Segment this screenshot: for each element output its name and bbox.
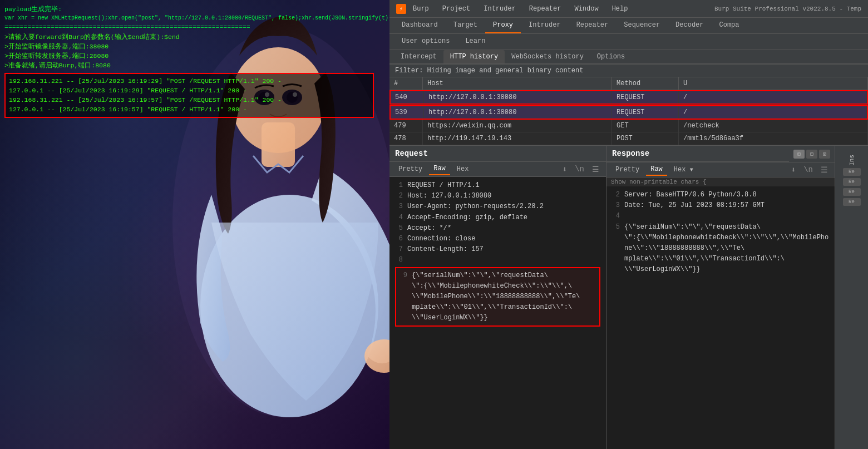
response-code-area[interactable]: 2 Server: BaseHTTP/0.6 Python/3.8.8 3 Da… <box>606 186 835 449</box>
tab-dashboard[interactable]: Dashboard <box>394 18 446 33</box>
response-tab-pretty[interactable]: Pretty <box>611 164 644 175</box>
th-host: Host <box>423 77 612 90</box>
code-line-1: 1 REQUEST / HTTP/1.1 <box>394 180 601 191</box>
tab-decoder[interactable]: Decoder <box>668 18 711 33</box>
tab-repeater[interactable]: Repeater <box>569 18 617 33</box>
response-tabs: Pretty Raw Hex ▼ ⬇ \n ☰ <box>606 162 835 177</box>
subtab-intercept[interactable]: Intercept <box>394 50 443 63</box>
td-539-method: REQUEST <box>612 106 679 119</box>
log-entry-4: 127.0.0.1 -- [25/Jul/2023 16:19:57] "REQ… <box>9 105 369 114</box>
td-540-method: REQUEST <box>612 91 679 103</box>
menu-window[interactable]: Window <box>572 4 600 14</box>
td-479-url: /netcheck <box>679 120 868 132</box>
th-method: Method <box>612 77 679 90</box>
resp-line-4: 4 <box>611 211 830 221</box>
table-row[interactable]: 539 http://127.0.0.1:38080 REQUEST / <box>389 105 868 120</box>
response-tab-hex[interactable]: Hex ▼ <box>669 164 698 175</box>
request-panel-header: Request <box>389 146 606 162</box>
menu-intruder[interactable]: Intruder <box>481 4 518 14</box>
td-540-url: / <box>679 91 867 103</box>
td-539-url: / <box>679 106 867 119</box>
code-line-9: 9 {\"serialNum\":\"\",\"requestData\ \":… <box>398 270 597 324</box>
view-toggle-grid[interactable]: ⊞ <box>793 150 805 159</box>
code-line-3: 3 User-Agent: python-requests/2.28.2 <box>394 201 601 212</box>
code-line-7: 7 Content-Length: 157 <box>394 244 601 255</box>
menu-repeater[interactable]: Repeater <box>527 4 564 14</box>
app-title: Burp Suite Professional v2022.8.5 - Temp <box>714 6 861 12</box>
tab-learn[interactable]: Learn <box>457 34 493 50</box>
response-tab-raw[interactable]: Raw <box>646 164 667 176</box>
http-history-table: # Host Method U 540 http://127.0.0.1:380… <box>389 77 868 146</box>
request-tab-hex[interactable]: Hex <box>452 164 474 175</box>
td-478-num: 478 <box>389 132 423 145</box>
terminal-line-forward: >请输入要forward到Burp的参数名(输入$end结束):$end <box>4 32 374 42</box>
code-line-6: 6 Connection: close <box>394 234 601 244</box>
menu-help[interactable]: Help <box>610 4 630 14</box>
show-nonprintable: Show non-printable chars { <box>606 177 835 186</box>
resp-line-5: 5 {\"serialNum\":\"\",\"requestData\ \":… <box>611 222 830 275</box>
terminal-log-box: 192.168.31.221 -- [25/Jul/2023 16:19:29]… <box>4 73 374 118</box>
terminal-overlay: payload生成完毕: var xhr = new XMLHttpReques… <box>0 0 378 125</box>
td-479-host: https://weixin.qq.com <box>423 120 612 132</box>
tab-user-options[interactable]: User options <box>394 34 457 50</box>
menu-burp[interactable]: Burp <box>411 4 431 14</box>
request-code-area[interactable]: 1 REQUEST / HTTP/1.1 2 Host: 127.0.0.1:3… <box>389 177 606 449</box>
response-wrap-icon[interactable]: \n <box>801 164 815 176</box>
request-tab-raw[interactable]: Raw <box>429 163 450 175</box>
filter-bar[interactable]: Filter: Hiding image and general binary … <box>389 65 868 77</box>
view-toggle-split-v[interactable]: ⊠ <box>819 150 830 159</box>
tab-compa[interactable]: Compa <box>712 18 747 33</box>
inspector-btn-re2[interactable]: Re <box>843 178 861 186</box>
resp-line-2: 2 Server: BaseHTTP/0.6 Python/3.8.8 <box>611 190 830 200</box>
td-479-method: GET <box>612 120 679 132</box>
log-entry-1: 192.168.31.221 -- [25/Jul/2023 16:19:29]… <box>9 76 369 86</box>
code-line-2: 2 Host: 127.0.0.1:38080 <box>394 191 601 201</box>
tab-proxy[interactable]: Proxy <box>485 18 521 33</box>
request-wrap-icon[interactable]: \n <box>573 164 586 175</box>
response-tab-icons: ⬇ \n ☰ <box>789 164 830 176</box>
td-539-num: 539 <box>391 106 424 119</box>
response-panel-header: Response <box>606 146 789 162</box>
code-line-4: 4 Accept-Encoding: gzip, deflate <box>394 213 601 223</box>
menu-bar: Burp Project Intruder Repeater Window He… <box>411 4 630 14</box>
response-copy-icon[interactable]: ⬇ <box>789 164 798 176</box>
view-toggle-split-h[interactable]: ⊟ <box>806 150 817 159</box>
tab-target[interactable]: Target <box>446 18 485 33</box>
table-header: # Host Method U <box>389 77 868 90</box>
request-panel: Request Pretty Raw Hex ⬇ \n ☰ 1 REQUEST … <box>389 146 606 449</box>
inspector-btn-re3[interactable]: Re <box>843 188 861 196</box>
terminal-line-mirror: >开始监听镜像服务器,端口:38080 <box>4 42 374 51</box>
log-entry-3: 192.168.31.221 -- [25/Jul/2023 16:19:57]… <box>9 95 369 105</box>
request-copy-icon[interactable]: ⬇ <box>560 164 569 175</box>
nav-tabs-row2: User options Learn <box>389 34 868 50</box>
log-entry-2: 127.0.0.1 -- [25/Jul/2023 16:19:29] "REQ… <box>9 86 369 95</box>
subtab-options[interactable]: Options <box>590 50 632 63</box>
inspector-btn-re1[interactable]: Re <box>843 168 861 176</box>
subtab-websockets[interactable]: WebSockets history <box>505 50 590 63</box>
tab-sequencer[interactable]: Sequencer <box>616 18 668 33</box>
table-row[interactable]: 540 http://127.0.0.1:38080 REQUEST / <box>389 90 868 105</box>
tab-intruder[interactable]: Intruder <box>521 18 569 33</box>
terminal-line-ready: >准备就绪,请启动Burp,端口:8080 <box>4 61 374 70</box>
request-body-highlight: 9 {\"serialNum\":\"\",\"requestData\ \":… <box>395 267 600 327</box>
request-tab-icons: ⬇ \n ☰ <box>560 164 601 175</box>
td-540-host: http://127.0.0.1:38080 <box>424 91 612 103</box>
table-row[interactable]: 479 https://weixin.qq.com GET /netcheck <box>389 120 868 132</box>
bottom-split: Request Pretty Raw Hex ⬇ \n ☰ 1 REQUEST … <box>389 146 868 449</box>
title-bar: ⚡ Burp Project Intruder Repeater Window … <box>389 0 868 18</box>
terminal-line-sep: ========================================… <box>4 22 374 32</box>
request-tab-pretty[interactable]: Pretty <box>394 164 427 175</box>
nav-tabs-row1: Dashboard Target Proxy Intruder Repeater… <box>389 18 868 34</box>
terminal-line-relay: >开始监听转发服务器,端口:28080 <box>4 51 374 61</box>
subtab-http-history[interactable]: HTTP history <box>443 50 505 63</box>
request-menu-icon[interactable]: ☰ <box>590 164 601 175</box>
code-line-8: 8 <box>394 255 601 265</box>
terminal-line-xhr: var xhr = new XMLHttpRequest();xhr.open(… <box>4 14 374 22</box>
burp-suite-panel: ⚡ Burp Project Intruder Repeater Window … <box>389 0 868 449</box>
td-478-url: /mmtls/5d86aa3f <box>679 132 868 145</box>
inspector-btn-re4[interactable]: Re <box>843 198 861 206</box>
table-row[interactable]: 478 http://119.147.19.143 POST /mmtls/5d… <box>389 132 868 145</box>
menu-project[interactable]: Project <box>440 4 472 14</box>
response-menu-icon[interactable]: ☰ <box>818 164 830 176</box>
left-panel: payload生成完毕: var xhr = new XMLHttpReques… <box>0 0 389 449</box>
